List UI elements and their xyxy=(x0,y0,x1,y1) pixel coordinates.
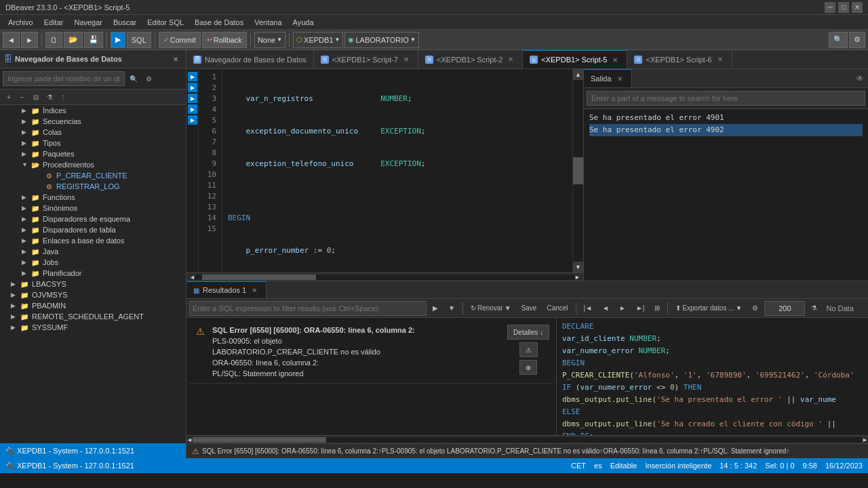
tree-item-paquetes[interactable]: ▶ 📁 Paquetes xyxy=(0,148,186,159)
vertical-scroll-bar[interactable]: ▲ ▼ xyxy=(572,69,583,272)
tb-search-button[interactable]: 🔍 xyxy=(829,32,848,48)
scroll-down-btn[interactable]: ▼ xyxy=(573,262,583,272)
sidebar-close-button[interactable]: ✕ xyxy=(170,53,182,65)
error-warn-btn[interactable]: ⚠ xyxy=(519,342,538,357)
nav-last-btn[interactable]: ►| xyxy=(632,301,649,316)
maximize-button[interactable]: □ xyxy=(838,2,849,13)
menu-editor-sql[interactable]: Editor SQL xyxy=(142,17,189,28)
sidebar-more-button[interactable]: ⋮ xyxy=(57,91,69,103)
output-tab-salida[interactable]: Salida ✕ xyxy=(584,69,632,87)
nav-next-btn[interactable]: ► xyxy=(615,301,630,316)
filter-apply-btn[interactable]: ▶ xyxy=(429,301,442,316)
hscroll-left[interactable]: ◄ xyxy=(189,274,195,281)
tb-commit-button[interactable]: ✓ Commit xyxy=(159,32,201,48)
tree-item-disp-tabla[interactable]: ▶ 📁 Disparadores de tabla xyxy=(0,224,186,235)
output-search-input[interactable] xyxy=(587,91,865,106)
sidebar-filter-button[interactable]: ⚗ xyxy=(43,91,56,103)
gutter-run5-btn[interactable]: ▶ xyxy=(188,115,197,125)
tab7-close[interactable]: ✕ xyxy=(401,55,411,64)
save-results-btn[interactable]: Save xyxy=(517,301,541,316)
tree-item-functions[interactable]: ▶ 📁 Functions xyxy=(0,192,186,203)
tree-item-registrar-log[interactable]: ⚙ REGISTRAR_LOG xyxy=(0,181,186,192)
tree-item-disp-esquema[interactable]: ▶ 📁 Disparadores de esquema xyxy=(0,214,186,224)
tb-sql-button[interactable]: SQL xyxy=(127,32,151,48)
results-hscroll-right[interactable]: ► xyxy=(862,436,868,443)
export-btn[interactable]: ⬆ Exportar datos ... ▼ xyxy=(671,301,746,316)
results-hscroll[interactable]: ◄ ► xyxy=(186,435,868,443)
sidebar-add-button[interactable]: + xyxy=(3,91,15,103)
tb-save-button[interactable]: 💾 xyxy=(84,32,103,48)
results-tab-close[interactable]: ✕ xyxy=(250,285,259,295)
renew-btn[interactable]: ↻ Renovar ▼ xyxy=(467,301,515,316)
tb-rollback-button[interactable]: ↩ Rollback xyxy=(202,32,247,48)
menu-editar[interactable]: Editar xyxy=(39,17,69,28)
menu-navegar[interactable]: Navegar xyxy=(68,17,108,28)
tab-script6[interactable]: S <XEPDB1> Script-6 ✕ xyxy=(627,50,732,68)
menu-ventana[interactable]: Ventana xyxy=(249,17,287,28)
sidebar-settings-icon[interactable]: ⚙ xyxy=(142,73,155,85)
window-controls[interactable]: ─ □ ✕ xyxy=(825,2,863,13)
gutter-run3-btn[interactable]: ▶ xyxy=(188,94,197,103)
tree-item-remote[interactable]: ▶ 📁 REMOTE_SCHEDULER_AGENT xyxy=(0,311,186,322)
editor-hscroll[interactable]: ◄ ► xyxy=(186,272,583,281)
row-count-input[interactable] xyxy=(764,301,805,316)
tb-forward-button[interactable]: ► xyxy=(21,32,38,48)
hscroll-right[interactable]: ► xyxy=(574,274,580,281)
tb-schema-dropdown[interactable]: ◉ LABORATORIO ▼ xyxy=(344,32,418,48)
menu-ayuda[interactable]: Ayuda xyxy=(288,17,319,28)
filter-clear-btn[interactable]: ▼ xyxy=(444,301,459,316)
filter-input[interactable] xyxy=(189,301,427,316)
tab2-close[interactable]: ✕ xyxy=(506,55,515,64)
output-eye-btn[interactable]: 👁 xyxy=(852,69,868,87)
tree-item-pbadmin[interactable]: ▶ 📁 PBADMIN xyxy=(0,300,186,311)
menu-buscar[interactable]: Buscar xyxy=(108,17,142,28)
tb-run-button[interactable]: ▶ xyxy=(111,32,125,48)
tb-settings-button[interactable]: ⚙ xyxy=(849,32,865,48)
tab6-close[interactable]: ✕ xyxy=(715,55,725,64)
results-tab-1[interactable]: ▦ Resultados 1 ✕ xyxy=(186,281,267,298)
tree-item-syssumf[interactable]: ▶ 📁 SYSSUMF xyxy=(0,322,186,333)
menu-base-datos[interactable]: Base de Datos xyxy=(189,17,249,28)
settings-results-btn[interactable]: ⚙ xyxy=(748,301,762,316)
results-hscroll-left[interactable]: ◄ xyxy=(186,436,193,443)
tree-item-colas[interactable]: ▶ 📁 Colas xyxy=(0,127,186,138)
error-detail-btn[interactable]: Detalles ↓ xyxy=(507,325,549,340)
sidebar-remove-button[interactable]: − xyxy=(16,91,28,103)
minimize-button[interactable]: ─ xyxy=(825,2,835,13)
nav-first-btn[interactable]: |◄ xyxy=(580,301,597,316)
cancel-results-btn[interactable]: Cancel xyxy=(542,301,572,316)
tree-item-enlaces[interactable]: ▶ 📁 Enlaces a base de datos xyxy=(0,235,186,246)
nav-tab[interactable]: 🗄 Navegador de Bases de Datos xyxy=(186,50,314,68)
tab-script7[interactable]: S <XEPDB1> Script-7 ✕ xyxy=(314,50,418,68)
output-tab-close[interactable]: ✕ xyxy=(615,74,625,83)
error-plus-btn[interactable]: ⊕ xyxy=(519,360,537,375)
tree-item-indices[interactable]: ▶ 📁 Índices xyxy=(0,105,186,116)
sidebar-collapse-button[interactable]: ⊟ xyxy=(30,91,42,103)
tab-script2[interactable]: S <XEPDB1> Script-2 ✕ xyxy=(418,50,523,68)
tree-item-planificador[interactable]: ▶ 📁 Planificador xyxy=(0,268,186,279)
nav-page-btn[interactable]: ⊞ xyxy=(650,301,664,316)
filter-rows-btn[interactable]: ⚗ xyxy=(807,301,821,316)
gutter-run4-btn[interactable]: ▶ xyxy=(188,104,197,114)
nav-prev-btn[interactable]: ◄ xyxy=(598,301,613,316)
tree-item-ojvmsys[interactable]: ▶ 📁 OJVMSYS xyxy=(0,289,186,300)
sidebar-search-icon[interactable]: 🔍 xyxy=(127,73,140,85)
tree-item-procedimientos[interactable]: ▼ 📂 Procedimientos xyxy=(0,159,186,170)
tree-item-sinonimos[interactable]: ▶ 📁 Sinónimos xyxy=(0,203,186,214)
tree-item-java[interactable]: ▶ 📁 Java xyxy=(0,246,186,257)
menu-archivo[interactable]: Archivo xyxy=(3,17,39,28)
close-button[interactable]: ✕ xyxy=(852,2,863,13)
code-content[interactable]: var_n_registros NUMBER; exception_docume… xyxy=(222,69,572,272)
tree-item-tipos[interactable]: ▶ 📁 Tipos xyxy=(0,138,186,148)
tree-item-lbacsys[interactable]: ▶ 📁 LBACSYS xyxy=(0,279,186,289)
tb-db-dropdown[interactable]: ⬡ XEPDB1 ▼ xyxy=(293,32,343,48)
tree-item-p-crear-cliente[interactable]: ⚙ P_CREAR_CLIENTE xyxy=(0,170,186,181)
tree-item-jobs[interactable]: ▶ 📁 Jobs xyxy=(0,257,186,268)
tb-open-button[interactable]: 📂 xyxy=(64,32,83,48)
gutter-run2-btn[interactable]: ▶ xyxy=(188,83,197,92)
scroll-up-btn[interactable]: ▲ xyxy=(573,69,583,80)
tb-none-dropdown[interactable]: None ▼ xyxy=(254,32,285,48)
sidebar-search-input[interactable] xyxy=(3,71,125,86)
tab5-close[interactable]: ✕ xyxy=(610,55,620,64)
tb-new-button[interactable]: 🗋 xyxy=(45,32,62,48)
